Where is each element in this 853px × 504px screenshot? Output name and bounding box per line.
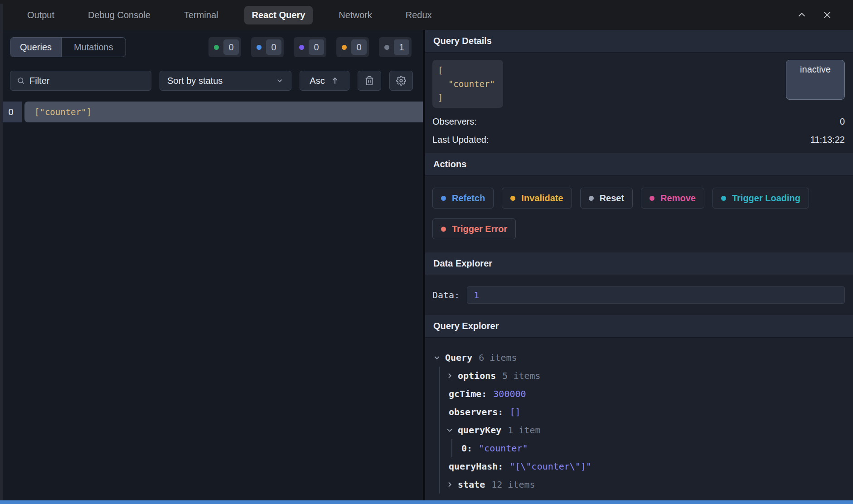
mutations-toggle[interactable]: Mutations xyxy=(61,38,126,57)
remove-dot-icon xyxy=(649,196,654,201)
settings-button[interactable] xyxy=(389,71,413,91)
tree-row-observers: observers: [] xyxy=(446,403,845,421)
fresh-dot-icon xyxy=(214,45,219,50)
last-updated-value: 11:13:22 xyxy=(810,135,845,145)
tree-row-querykey: queryKey 1 item xyxy=(446,421,845,439)
observers-label: Observers: xyxy=(432,116,477,127)
tree-row-queryhash: queryHash: "[\"counter\"]" xyxy=(446,457,845,475)
query-key-box: [ "counter" ] xyxy=(432,60,503,108)
tree-row-gctime: gcTime: 300000 xyxy=(446,385,845,403)
panel-focus-border xyxy=(0,500,853,504)
query-list-item[interactable]: 0 ["counter"] xyxy=(0,102,423,122)
view-toggle: Queries Mutations xyxy=(10,37,126,57)
reset-dot-icon xyxy=(589,196,594,201)
filter-input[interactable] xyxy=(29,76,145,86)
panel-tab-bar: Output Debug Console Terminal React Quer… xyxy=(0,0,853,30)
trigger-error-dot-icon xyxy=(441,227,446,232)
devtools-panel: Output Debug Console Terminal React Quer… xyxy=(0,0,853,504)
tree-row-options: options 5 items xyxy=(446,367,845,385)
trigger-loading-dot-icon xyxy=(721,196,726,201)
tab-output[interactable]: Output xyxy=(19,6,62,24)
tree-row-query: Query 6 items xyxy=(433,349,845,367)
inactive-dot-icon xyxy=(384,45,389,50)
trigger-error-button[interactable]: Trigger Error xyxy=(432,218,516,239)
fresh-count: 0 xyxy=(223,39,239,55)
panel-window-controls xyxy=(797,10,853,20)
remove-button[interactable]: Remove xyxy=(641,188,704,208)
data-label: Data: xyxy=(432,290,460,300)
tree-row-querykey-0: 0: "counter" xyxy=(459,439,845,457)
status-badge-inactive[interactable]: 1 xyxy=(379,37,412,57)
sort-select-value: Sort by status xyxy=(167,76,223,86)
chevron-right-icon[interactable] xyxy=(446,372,458,379)
trash-icon xyxy=(364,76,374,86)
status-badges: 0 0 0 0 1 xyxy=(208,37,412,57)
fetching-count: 0 xyxy=(266,39,281,55)
query-status-badge: inactive xyxy=(786,60,845,100)
query-key-line: [ xyxy=(438,63,495,77)
query-key-line: "counter" xyxy=(438,77,495,91)
close-icon[interactable] xyxy=(822,10,832,20)
actions-toolbar: Refetch Invalidate Reset Remove Trigger … xyxy=(425,176,853,252)
query-details-panel: Query Details [ "counter" ] inactive Obs… xyxy=(425,30,853,500)
query-explorer-header: Query Explorer xyxy=(425,315,853,338)
queries-list-panel: Queries Mutations 0 0 0 xyxy=(0,30,423,500)
query-explorer-tree: Query 6 items options 5 items gcTime: 30… xyxy=(425,338,853,500)
data-value-input[interactable]: 1 xyxy=(467,286,845,304)
paused-dot-icon xyxy=(299,45,304,50)
data-explorer-header: Data Explorer xyxy=(425,252,853,275)
clear-cache-button[interactable] xyxy=(358,71,381,91)
chevron-right-icon[interactable] xyxy=(446,481,458,488)
arrow-up-icon xyxy=(330,76,339,85)
reset-button[interactable]: Reset xyxy=(580,188,633,208)
inactive-count: 1 xyxy=(394,39,409,55)
query-list: 0 ["counter"] xyxy=(0,102,423,122)
refetch-dot-icon xyxy=(441,196,446,201)
invalidate-button[interactable]: Invalidate xyxy=(502,188,572,208)
data-value: 1 xyxy=(474,290,479,300)
stale-dot-icon xyxy=(342,45,347,50)
trigger-loading-button[interactable]: Trigger Loading xyxy=(712,188,809,208)
sort-select[interactable]: Sort by status xyxy=(160,71,291,91)
chevron-up-icon[interactable] xyxy=(797,10,807,20)
tab-debug-console[interactable]: Debug Console xyxy=(80,6,158,24)
status-badge-fetching[interactable]: 0 xyxy=(251,37,284,57)
status-badge-stale[interactable]: 0 xyxy=(336,37,369,57)
chevron-down-icon[interactable] xyxy=(433,354,445,361)
paused-count: 0 xyxy=(309,39,324,55)
tab-network[interactable]: Network xyxy=(331,6,379,24)
fetching-dot-icon xyxy=(257,45,262,50)
query-key-line: ] xyxy=(438,91,495,104)
gear-icon xyxy=(396,76,406,86)
queries-toggle[interactable]: Queries xyxy=(10,38,61,57)
status-badge-fresh[interactable]: 0 xyxy=(208,37,241,57)
stale-count: 0 xyxy=(351,39,367,55)
tab-react-query[interactable]: React Query xyxy=(244,6,313,24)
search-icon xyxy=(17,76,25,85)
chevron-down-icon[interactable] xyxy=(446,426,458,434)
sort-order-button[interactable]: Asc xyxy=(300,71,349,91)
panel-left-edge xyxy=(0,4,3,500)
status-badge-paused[interactable]: 0 xyxy=(294,37,326,57)
query-observer-count: 0 xyxy=(0,102,22,122)
invalidate-dot-icon xyxy=(510,196,515,201)
last-updated-label: Last Updated: xyxy=(432,135,489,145)
tab-terminal[interactable]: Terminal xyxy=(176,6,226,24)
query-details-header: Query Details xyxy=(425,30,853,53)
actions-header: Actions xyxy=(425,153,853,176)
sort-order-label: Asc xyxy=(310,76,325,86)
tree-row-state: state 12 items xyxy=(446,475,845,494)
refetch-button[interactable]: Refetch xyxy=(432,188,494,208)
tab-redux[interactable]: Redux xyxy=(398,6,440,24)
filter-input-wrapper xyxy=(10,71,151,91)
observers-value: 0 xyxy=(840,116,845,127)
query-key-label: ["counter"] xyxy=(24,102,423,122)
chevron-down-icon xyxy=(276,77,284,85)
